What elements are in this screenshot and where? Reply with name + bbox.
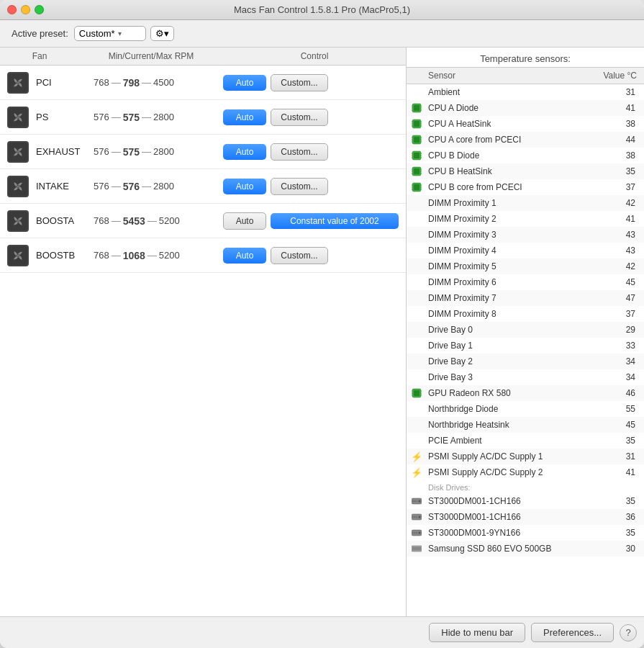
close-button[interactable] xyxy=(7,5,17,14)
sensor-value: 45 xyxy=(608,420,644,430)
custom-button[interactable]: Custom... xyxy=(271,178,328,195)
sensor-icon-cell xyxy=(407,119,427,129)
svg-rect-41 xyxy=(414,137,419,143)
sensor-icon xyxy=(412,261,422,271)
fan-col-header: Fan xyxy=(0,51,79,61)
disk-value: 36 xyxy=(608,512,644,522)
sensor-value: 38 xyxy=(608,119,644,129)
sensor-value: 29 xyxy=(608,325,644,335)
sensor-name: DIMM Proximity 8 xyxy=(427,309,608,319)
sensor-icon-cell xyxy=(407,309,427,319)
sensor-row: CPU A Diode 41 xyxy=(407,100,644,116)
disk-icon xyxy=(412,544,422,554)
fan-rpm: 768 — 5453 — 5200 xyxy=(94,215,223,227)
sensor-icon-cell xyxy=(407,182,427,192)
fan-rpm-current: 5453 xyxy=(123,215,145,227)
svg-rect-25 xyxy=(414,105,419,111)
sensor-icon: ⚡ xyxy=(412,451,422,462)
svg-rect-57 xyxy=(414,168,419,174)
sensor-row: Northbridge Heatsink 45 xyxy=(407,417,644,433)
sensor-name: DIMM Proximity 3 xyxy=(427,230,608,240)
fan-rpm: 768 — 798 — 4500 xyxy=(94,77,223,89)
sensor-value: 38 xyxy=(608,150,644,161)
sensor-row: CPU B HeatSink 35 xyxy=(407,163,644,179)
auto-button[interactable]: Auto xyxy=(223,212,266,230)
sensor-icon xyxy=(412,214,422,224)
fan-rpm-max: 2800 xyxy=(153,146,174,157)
auto-button[interactable]: Auto xyxy=(223,179,266,194)
sensor-value: 33 xyxy=(608,341,644,351)
sensor-row: DIMM Proximity 2 41 xyxy=(407,211,644,227)
sensor-name: DIMM Proximity 2 xyxy=(427,214,608,224)
fan-rpm-max: 5200 xyxy=(159,215,180,226)
sensor-value: 35 xyxy=(608,436,644,446)
disk-value: 30 xyxy=(608,544,644,554)
gear-button[interactable]: ⚙ ▾ xyxy=(150,26,174,41)
auto-button[interactable]: Auto xyxy=(223,75,266,91)
fan-rpm-min: 768 xyxy=(94,215,109,226)
sensor-row: DIMM Proximity 4 43 xyxy=(407,243,644,258)
sensor-value: 37 xyxy=(608,309,644,319)
fan-row: BOOSTB 768 — 1068 — 5200 Auto Custom... xyxy=(0,238,406,273)
fan-name: BOOSTB xyxy=(36,250,94,261)
maximize-button[interactable] xyxy=(35,5,44,14)
disk-icon-cell xyxy=(407,512,427,522)
sensor-name: Drive Bay 0 xyxy=(427,325,608,335)
disk-value: 35 xyxy=(608,528,644,538)
sensor-value: 42 xyxy=(608,198,644,208)
custom-button[interactable]: Custom... xyxy=(271,143,328,161)
sensor-name: CPU B HeatSink xyxy=(427,166,608,176)
preset-dropdown[interactable]: Custom* ▾ xyxy=(74,26,146,41)
fan-rpm-current: 798 xyxy=(123,77,140,89)
fans-list: PCI 768 — 798 — 4500 Auto Custom... PS 5… xyxy=(0,66,406,273)
gear-icon: ⚙ xyxy=(155,28,164,39)
fan-rpm-current: 575 xyxy=(123,112,140,123)
constant-button[interactable]: Constant value of 2002 xyxy=(271,213,399,229)
minimize-button[interactable] xyxy=(21,5,30,14)
fan-icon xyxy=(7,176,29,197)
sensor-icon: ⚡ xyxy=(412,467,422,477)
auto-button[interactable]: Auto xyxy=(223,109,266,125)
fan-rpm-current: 575 xyxy=(123,146,140,158)
svg-point-7 xyxy=(17,116,19,118)
sensor-icon-cell xyxy=(407,198,427,208)
auto-button[interactable]: Auto xyxy=(223,248,266,264)
control-col-header: Control xyxy=(223,51,406,61)
fan-name: EXHAUST xyxy=(36,146,94,157)
sensor-icon xyxy=(412,230,422,240)
fan-icon-cell xyxy=(0,245,36,266)
sensor-value: 41 xyxy=(608,467,644,477)
fan-icon xyxy=(7,72,29,94)
fan-icon-cell xyxy=(0,176,36,197)
disk-name: ST3000DM001-9YN166 xyxy=(427,528,608,538)
svg-point-84 xyxy=(419,516,421,518)
fan-icon-cell xyxy=(0,107,36,128)
sensor-name: Northbridge Diode xyxy=(427,404,608,414)
svg-point-23 xyxy=(17,254,19,256)
disk-drive-row: Samsung SSD 860 EVO 500GB 30 xyxy=(407,541,644,557)
sensor-name: GPU Radeon RX 580 xyxy=(427,388,608,398)
hide-to-menu-bar-button[interactable]: Hide to menu bar xyxy=(429,623,525,642)
fan-rpm-dash2: — xyxy=(142,181,151,192)
preferences-button[interactable]: Preferences... xyxy=(531,623,614,642)
svg-rect-65 xyxy=(414,184,419,190)
sensor-icon-cell xyxy=(407,135,427,145)
custom-button[interactable]: Custom... xyxy=(271,247,328,264)
fan-rpm-dash1: — xyxy=(112,250,121,261)
fan-rpm-min: 768 xyxy=(94,77,109,88)
sensor-icon xyxy=(412,372,422,382)
title-bar: Macs Fan Control 1.5.8.1 Pro (MacPro5,1) xyxy=(0,0,644,20)
auto-button[interactable]: Auto xyxy=(223,144,266,160)
help-button[interactable]: ? xyxy=(620,624,637,642)
sensor-icon xyxy=(412,182,422,192)
sensor-row: GPU Radeon RX 580 46 xyxy=(407,385,644,401)
sensor-value: 55 xyxy=(608,404,644,414)
disk-icon xyxy=(412,496,422,506)
fan-rpm: 768 — 1068 — 5200 xyxy=(94,250,223,261)
preset-value: Custom* xyxy=(79,28,115,39)
fan-control-cell: Auto Custom... xyxy=(223,74,406,91)
svg-point-3 xyxy=(17,81,19,84)
custom-button[interactable]: Custom... xyxy=(271,74,328,91)
custom-button[interactable]: Custom... xyxy=(271,109,328,126)
sensor-value: 35 xyxy=(608,166,644,176)
